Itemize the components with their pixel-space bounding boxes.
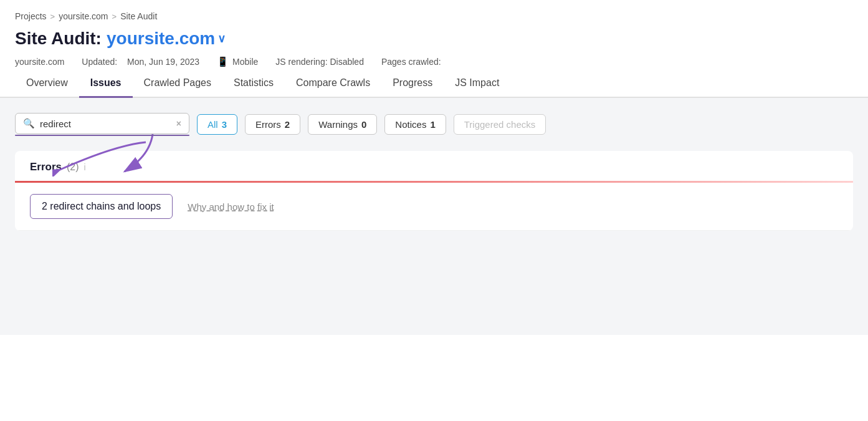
filter-notices-label: Notices [395, 119, 426, 130]
error-row: 2 redirect chains and loops Why and how … [15, 183, 853, 231]
errors-section: Errors (2) i 2 redirect chains and loops… [15, 151, 853, 231]
tab-overview[interactable]: Overview [15, 70, 79, 98]
breadcrumb: Projects > yoursite.com > Site Audit [0, 0, 868, 26]
search-input[interactable] [40, 119, 171, 129]
breadcrumb-sep-2: > [112, 12, 117, 21]
page-wrapper: Projects > yoursite.com > Site Audit Sit… [0, 0, 868, 421]
triggered-checks-button[interactable]: Triggered checks [454, 114, 546, 135]
filter-bar: 🔍 × All 3 [15, 113, 853, 136]
info-icon[interactable]: i [84, 162, 86, 172]
filter-warnings-label: Warnings [318, 119, 358, 130]
errors-label: Errors [30, 161, 62, 173]
errors-header: Errors (2) i [15, 151, 853, 181]
meta-pages-crawled: Pages crawled: [381, 57, 441, 67]
site-audit-title: Site Audit: yoursite.com ∨ [0, 26, 868, 54]
tab-progress[interactable]: Progress [381, 70, 444, 98]
redirect-chains-link[interactable]: 2 redirect chains and loops [30, 194, 173, 219]
breadcrumb-current: Site Audit [120, 11, 157, 21]
tab-compare-crawls[interactable]: Compare Crawls [285, 70, 381, 98]
search-wrapper: 🔍 × [15, 113, 189, 136]
domain-link[interactable]: yoursite.com ∨ [107, 29, 226, 49]
filter-all-button[interactable]: All 3 [197, 114, 237, 135]
breadcrumb-projects[interactable]: Projects [15, 11, 47, 21]
tab-statistics[interactable]: Statistics [222, 70, 285, 98]
search-icon: 🔍 [23, 118, 35, 129]
main-content: 🔍 × All 3 [0, 98, 868, 335]
filter-errors-button[interactable]: Errors 2 [245, 114, 300, 135]
domain-name: yoursite.com [107, 29, 215, 49]
breadcrumb-sep-1: > [50, 12, 55, 21]
filter-notices-count: 1 [430, 119, 435, 130]
tab-crawled-pages[interactable]: Crawled Pages [133, 70, 223, 98]
tab-js-impact[interactable]: JS Impact [444, 70, 510, 98]
meta-domain: yoursite.com [15, 57, 64, 67]
filter-all-label: All [207, 119, 218, 130]
filter-all-count: 3 [222, 119, 227, 130]
clear-search-icon[interactable]: × [176, 119, 181, 128]
filter-notices-button[interactable]: Notices 1 [384, 114, 446, 135]
site-audit-prefix: Site Audit: [15, 29, 102, 49]
filter-warnings-button[interactable]: Warnings 0 [308, 114, 377, 135]
meta-updated: Updated: Mon, Jun 19, 2023 [82, 57, 199, 67]
breadcrumb-domain[interactable]: yoursite.com [59, 11, 108, 21]
chevron-down-icon[interactable]: ∨ [217, 32, 226, 46]
meta-mobile: 📱 Mobile [217, 56, 258, 67]
search-box[interactable]: 🔍 × [15, 113, 189, 134]
errors-count: (2) [67, 162, 79, 173]
triggered-checks-label: Triggered checks [464, 119, 536, 130]
filter-errors-label: Errors [255, 119, 281, 130]
search-underline [15, 135, 189, 136]
mobile-icon: 📱 [217, 56, 229, 67]
meta-row: yoursite.com Updated: Mon, Jun 19, 2023 … [0, 54, 868, 67]
nav-tabs: Overview Issues Crawled Pages Statistics… [0, 70, 868, 98]
meta-js-rendering: JS rendering: Disabled [275, 57, 364, 67]
fix-link[interactable]: Why and how to fix it [188, 201, 274, 212]
filter-warnings-count: 0 [361, 119, 366, 130]
filter-errors-count: 2 [285, 119, 290, 130]
tab-issues[interactable]: Issues [79, 70, 133, 98]
